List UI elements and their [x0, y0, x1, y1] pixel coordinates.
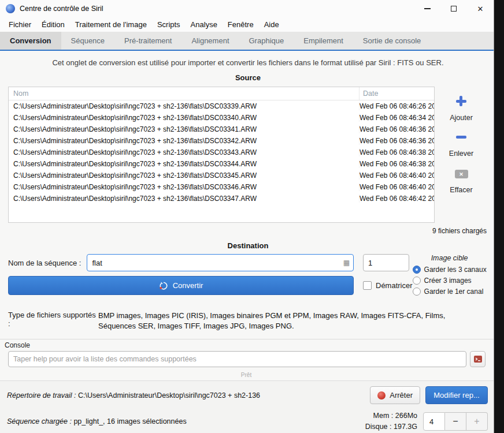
stop-icon	[377, 391, 386, 400]
file-date: Wed Feb 06 08:46:34 2013	[359, 114, 434, 122]
thread-count-value[interactable]: 4	[423, 412, 445, 431]
spinner-plus-button[interactable]: +	[466, 412, 488, 431]
tab[interactable]: Graphique	[239, 32, 294, 50]
maximize-icon	[451, 6, 457, 12]
menu-item[interactable]: Scripts	[152, 20, 186, 29]
maximize-button[interactable]	[440, 0, 467, 17]
remove-files-button[interactable]: Enlever	[449, 132, 473, 158]
change-directory-button[interactable]: Modifier rep...	[425, 386, 488, 404]
file-date: Wed Feb 06 08:46:38 2013	[359, 160, 434, 168]
convert-icon	[159, 281, 168, 290]
menu-item[interactable]: Aide	[259, 20, 284, 29]
minimize-button[interactable]	[414, 0, 440, 17]
stop-button[interactable]: Arrêter	[370, 386, 420, 404]
file-path: C:\Users\Administrateur\Desktop\siril\ng…	[9, 125, 359, 133]
window-controls: ✕	[414, 0, 494, 17]
column-header-name[interactable]: Nom	[9, 89, 359, 98]
file-date: Wed Feb 06 08:46:40 2013	[359, 183, 434, 191]
file-path: C:\Users\Administrateur\Desktop\siril\ng…	[9, 195, 359, 203]
tab[interactable]: Conversion	[0, 32, 61, 50]
sequence-name-label: Nom de la séquence :	[8, 259, 81, 267]
console-label: Console	[5, 341, 488, 349]
tab[interactable]: Empilement	[294, 32, 353, 50]
supported-files-row: Type de fichiers supportés : BMP images,…	[8, 311, 488, 331]
tab[interactable]: Alignement	[181, 32, 239, 50]
destination-mid: Dématricer	[363, 254, 413, 297]
file-date: Wed Feb 06 08:46:38 2013	[359, 148, 434, 156]
working-directory-label: Répertoire de travail :	[7, 391, 76, 400]
demosaic-checkbox-row[interactable]: Dématricer	[363, 281, 413, 290]
table-row[interactable]: C:\Users\Administrateur\Desktop\siril\ng…	[9, 124, 434, 135]
add-label: Ajouter	[450, 114, 473, 122]
source-title: Source	[8, 73, 488, 82]
menu-item[interactable]: Analyse	[186, 20, 223, 29]
supported-files-label: Type de fichiers supportés :	[8, 311, 98, 331]
start-index-input[interactable]	[363, 254, 409, 271]
radio-icon	[413, 288, 421, 296]
table-row[interactable]: C:\Users\Administrateur\Desktop\siril\ng…	[9, 193, 434, 204]
working-directory: Répertoire de travail : C:\Users\Adminis…	[7, 391, 370, 400]
loaded-sequence-label: Séquence chargée :	[7, 417, 72, 425]
table-row[interactable]: C:\Users\Administrateur\Desktop\siril\ng…	[9, 158, 434, 170]
column-header-date[interactable]: Date	[359, 87, 434, 100]
menu-item[interactable]: Fichier	[3, 20, 36, 29]
destination-left: Nom de la séquence : ▦ Convertir	[8, 254, 354, 297]
menu-item[interactable]: Édition	[36, 20, 70, 29]
tab[interactable]: Séquence	[61, 32, 115, 50]
conversion-panel: Cet onglet de conversion est utilisé pou…	[0, 51, 494, 331]
sequence-name-wrap: ▦	[87, 254, 354, 271]
menu-item[interactable]: Traitement de l'image	[70, 20, 152, 29]
tab-label: Sortie de console	[363, 36, 421, 45]
file-path: C:\Users\Administrateur\Desktop\siril\ng…	[9, 114, 359, 122]
tab-bar: ConversionSéquencePré-traitementAligneme…	[0, 32, 494, 51]
radio-option[interactable]: Garder les 3 canaux	[413, 264, 487, 275]
tab-description: Cet onglet de conversion est utilisé pou…	[8, 58, 488, 67]
command-history-button[interactable]	[470, 351, 486, 367]
radio-icon	[413, 266, 421, 274]
console-section: Console Prêt	[0, 339, 494, 380]
clear-files-button[interactable]: ✕ Effacer	[450, 167, 472, 194]
radio-label: Créer 3 images	[424, 277, 472, 285]
spinner-minus-button[interactable]: −	[445, 412, 466, 431]
close-button[interactable]: ✕	[467, 0, 494, 17]
remove-label: Enlever	[449, 150, 473, 158]
sequence-name-input[interactable]	[87, 254, 354, 271]
table-row[interactable]: C:\Users\Administrateur\Desktop\siril\ng…	[9, 170, 434, 181]
table-row[interactable]: C:\Users\Administrateur\Desktop\siril\ng…	[9, 112, 434, 124]
working-directory-value: C:\Users\Administrateur\Desktop\siril\ng…	[78, 391, 260, 400]
loaded-sequence: Séquence chargée : pp_light_, 16 images …	[7, 417, 365, 425]
remove-icon	[456, 136, 466, 139]
command-input[interactable]	[8, 351, 466, 367]
tab[interactable]: Sortie de console	[353, 32, 431, 50]
file-path: C:\Users\Administrateur\Desktop\siril\ng…	[9, 102, 359, 110]
add-files-button[interactable]: Ajouter	[450, 96, 473, 122]
table-row[interactable]: C:\Users\Administrateur\Desktop\siril\ng…	[9, 135, 434, 147]
table-row[interactable]: C:\Users\Administrateur\Desktop\siril\ng…	[9, 181, 434, 193]
clear-icon: ✕	[455, 170, 468, 178]
convert-button[interactable]: Convertir	[8, 276, 354, 295]
checkbox-icon	[363, 281, 372, 290]
table-body: C:\Users\Administrateur\Desktop\siril\ng…	[9, 100, 434, 204]
entry-completion-icon[interactable]: ▦	[343, 259, 350, 267]
tab[interactable]: Pré-traitement	[114, 32, 181, 50]
file-date: Wed Feb 06 08:46:26 2013	[359, 102, 434, 110]
tab-label: Alignement	[191, 36, 229, 45]
stop-label: Arrêter	[390, 391, 413, 400]
tab-label: Graphique	[249, 36, 284, 45]
titlebar: Centre de contrôle de Siril ✕	[0, 0, 494, 17]
add-icon	[456, 96, 466, 106]
loaded-sequence-value: pp_light_, 16 images sélectionnées	[73, 417, 186, 425]
file-date: Wed Feb 06 08:46:36 2013	[359, 137, 434, 145]
menu-item[interactable]: Fenêtre	[223, 20, 259, 29]
radio-option[interactable]: Créer 3 images	[413, 275, 487, 286]
table-row[interactable]: C:\Users\Administrateur\Desktop\siril\ng…	[9, 147, 434, 158]
radio-icon	[413, 277, 421, 285]
supported-files-text: BMP images, Images PIC (IRIS), Images bi…	[98, 311, 481, 331]
radio-option[interactable]: Garder le 1er canal	[413, 286, 487, 297]
table-header: Nom Date	[9, 87, 434, 100]
table-row[interactable]: C:\Users\Administrateur\Desktop\siril\ng…	[9, 100, 434, 112]
tab-label: Pré-traitement	[124, 36, 172, 45]
menubar: FichierÉditionTraitement de l'imageScrip…	[0, 17, 494, 32]
change-directory-label: Modifier rep...	[433, 391, 479, 400]
file-date: Wed Feb 06 08:46:42 2013	[359, 195, 434, 203]
